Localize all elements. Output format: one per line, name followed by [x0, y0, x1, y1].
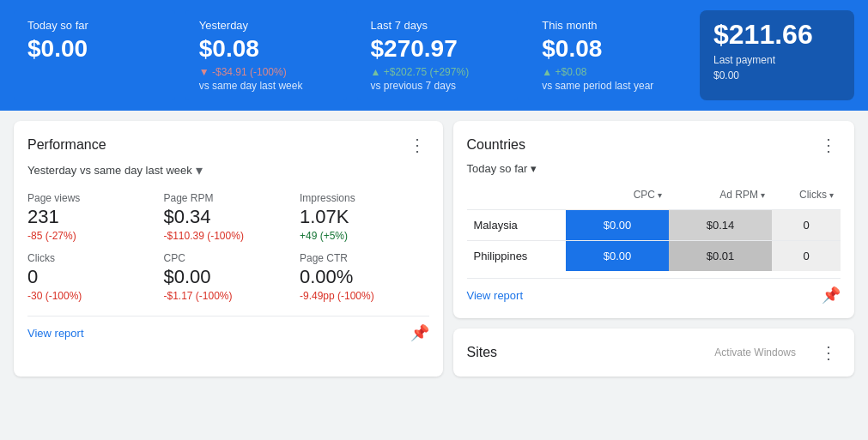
performance-period-arrow: ▾ [196, 162, 203, 178]
metrics-grid: Page views 231 -85 (-27%) Page RPM $0.34… [27, 192, 429, 302]
activate-windows-text: Activate Windows [707, 343, 803, 362]
metric-pageviews-change: -85 (-27%) [27, 230, 157, 242]
balance-card: $211.66 Last payment $0.00 [700, 10, 854, 100]
metric-pageviews: Page views 231 -85 (-27%) [27, 192, 157, 242]
top-bar: Today so far $0.00 Yesterday $0.08 ▼ -$3… [0, 0, 868, 111]
countries-view-report-row: View report 📌 [467, 286, 841, 304]
thismonth-amount: $0.08 [542, 35, 676, 63]
performance-header: Performance ⋮ [27, 135, 429, 155]
yesterday-amount: $0.08 [199, 35, 333, 63]
thismonth-card: This month $0.08 ▲ +$0.08 vs same period… [528, 10, 689, 100]
metric-pagectr-change: -9.49pp (-100%) [300, 290, 429, 302]
last-payment-amount: $0.00 [713, 69, 841, 81]
yesterday-change-value: ▼ -$34.91 (-100%) [199, 66, 287, 78]
sites-title: Sites [467, 345, 498, 360]
last7days-sublabel: vs previous 7 days [371, 80, 505, 92]
metric-pagerpm-value: $0.34 [164, 206, 294, 228]
metric-cpc-value: $0.00 [164, 266, 294, 288]
last7days-amount: $270.97 [371, 35, 505, 63]
th-clicks[interactable]: Clicks ▾ [772, 185, 841, 204]
metric-pageviews-value: 231 [27, 206, 157, 228]
metric-cpc: CPC $0.00 -$1.17 (-100%) [164, 252, 294, 302]
sites-header: Sites Activate Windows ⋮ [467, 342, 841, 363]
country-row-malaysia: Malaysia $0.00 $0.14 0 [467, 209, 841, 240]
performance-title: Performance [27, 137, 106, 153]
countries-period-label: Today so far [467, 162, 528, 175]
countries-pin-icon: 📌 [822, 286, 841, 304]
thismonth-label: This month [542, 19, 676, 32]
metric-pagerpm-change: -$110.39 (-100%) [164, 230, 294, 242]
last7days-label: Last 7 days [371, 19, 505, 32]
th-adRpm-arrow: ▾ [761, 190, 765, 200]
th-cpc[interactable]: CPC ▾ [566, 185, 669, 204]
metric-cpc-change: -$1.17 (-100%) [164, 290, 294, 302]
last7days-change: ▲ +$202.75 (+297%) [371, 66, 505, 78]
th-adRpm-label: Ad RPM [719, 189, 758, 201]
performance-view-report-row: View report 📌 [27, 323, 429, 342]
thismonth-change: ▲ +$0.08 [542, 66, 676, 78]
today-label: Today so far [27, 19, 161, 32]
metric-pagerpm-label: Page RPM [164, 192, 294, 204]
yesterday-sublabel: vs same day last week [199, 80, 333, 92]
country-philippines-cpc: $0.00 [566, 241, 669, 271]
metric-clicks-change: -30 (-100%) [27, 290, 157, 302]
country-philippines-clicks: 0 [772, 241, 841, 271]
metric-impressions-change: +49 (+5%) [300, 230, 429, 242]
last7days-card: Last 7 days $270.97 ▲ +$202.75 (+297%) v… [357, 10, 519, 100]
countries-title: Countries [467, 137, 525, 153]
yesterday-card: Yesterday $0.08 ▼ -$34.91 (-100%) vs sam… [185, 10, 347, 100]
metric-pageviews-label: Page views [27, 192, 157, 204]
th-clicks-label: Clicks [799, 189, 827, 201]
countries-view-report-link[interactable]: View report [467, 289, 524, 302]
country-philippines-name: Philippines [467, 241, 567, 271]
country-malaysia-cpc: $0.00 [566, 210, 669, 240]
countries-period-arrow: ▾ [531, 162, 537, 175]
yesterday-label: Yesterday [199, 19, 333, 32]
sites-card: Sites Activate Windows ⋮ [453, 328, 855, 377]
today-card: Today so far $0.00 [14, 10, 175, 100]
metric-impressions: Impressions 1.07K +49 (+5%) [300, 192, 429, 242]
metric-pagectr-label: Page CTR [300, 252, 429, 264]
th-adRpm[interactable]: Ad RPM ▾ [669, 185, 772, 204]
metric-impressions-label: Impressions [300, 192, 429, 204]
metric-pagectr: Page CTR 0.00% -9.49pp (-100%) [300, 252, 429, 302]
metric-pagerpm: Page RPM $0.34 -$110.39 (-100%) [164, 192, 294, 242]
countries-header: Countries ⋮ [467, 135, 841, 155]
metric-clicks: Clicks 0 -30 (-100%) [27, 252, 157, 302]
countries-card: Countries ⋮ Today so far ▾ CPC ▾ Ad RPM … [453, 121, 855, 318]
th-country [467, 185, 567, 204]
sites-more-button[interactable]: ⋮ [816, 342, 841, 363]
thismonth-change-value: ▲ +$0.08 [542, 66, 586, 78]
thismonth-sublabel: vs same period last year [542, 80, 676, 92]
metric-pagectr-value: 0.00% [300, 266, 429, 288]
country-malaysia-clicks: 0 [772, 210, 841, 240]
right-section: Countries ⋮ Today so far ▾ CPC ▾ Ad RPM … [453, 121, 855, 377]
performance-pin-icon: 📌 [410, 323, 429, 342]
performance-divider [27, 316, 429, 316]
performance-card: Performance ⋮ Yesterday vs same day last… [14, 121, 443, 377]
countries-divider [467, 278, 841, 279]
metric-clicks-value: 0 [27, 266, 157, 288]
balance-amount: $211.66 [713, 19, 841, 51]
country-malaysia-name: Malaysia [467, 210, 567, 240]
country-philippines-adRpm: $0.01 [669, 241, 772, 271]
yesterday-change: ▼ -$34.91 (-100%) [199, 66, 333, 78]
performance-more-button[interactable]: ⋮ [405, 135, 429, 155]
th-cpc-arrow: ▾ [658, 190, 662, 200]
performance-period-label: Yesterday vs same day last week [27, 164, 192, 177]
performance-view-report-link[interactable]: View report [27, 327, 84, 340]
country-row-philippines: Philippines $0.00 $0.01 0 [467, 240, 841, 271]
th-clicks-arrow: ▾ [829, 190, 834, 200]
last-payment-label: Last payment [713, 54, 841, 66]
countries-period-selector[interactable]: Today so far ▾ [467, 162, 841, 175]
countries-more-button[interactable]: ⋮ [816, 135, 841, 155]
metric-cpc-label: CPC [164, 252, 294, 264]
metric-impressions-value: 1.07K [300, 206, 429, 228]
country-malaysia-adRpm: $0.14 [669, 210, 772, 240]
performance-period-selector[interactable]: Yesterday vs same day last week ▾ [27, 162, 429, 178]
th-cpc-label: CPC [634, 189, 655, 201]
last7days-change-value: ▲ +$202.75 (+297%) [371, 66, 470, 78]
today-amount: $0.00 [27, 35, 161, 63]
countries-table-header: CPC ▾ Ad RPM ▾ Clicks ▾ [467, 185, 841, 204]
main-content: Performance ⋮ Yesterday vs same day last… [0, 111, 868, 387]
